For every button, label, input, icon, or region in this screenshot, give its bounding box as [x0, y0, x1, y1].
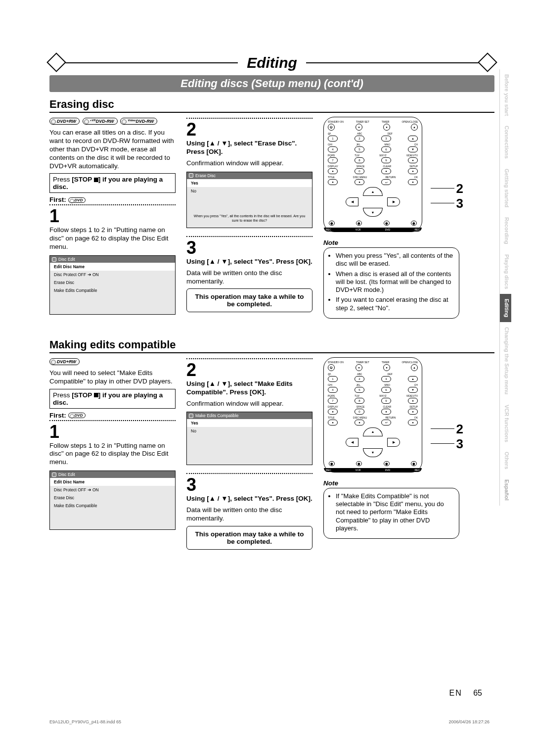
stop-note: Press [STOP ] if you are playing a disc.: [49, 389, 176, 409]
step-3-text: Data will be written onto the disc momen…: [186, 269, 312, 286]
tab-recording[interactable]: Recording: [499, 212, 511, 249]
return-button[interactable]: ↩: [381, 179, 391, 185]
section2-col-b: 2 Using [▲ / ▼], select "Make Edits Comp…: [186, 357, 312, 550]
clear-button[interactable]: ●: [381, 409, 391, 415]
tab-vcr-functions[interactable]: VCR functions: [499, 400, 511, 447]
disc-menu-button[interactable]: ●: [355, 179, 364, 185]
num-0-button[interactable]: 0: [355, 168, 364, 174]
stop-icon: [94, 393, 98, 397]
video-tv-button[interactable]: ●: [408, 398, 418, 404]
standby-button[interactable]: ⏻: [328, 124, 335, 131]
ch-down-button[interactable]: ▼: [408, 387, 418, 393]
title-button[interactable]: ●: [328, 179, 338, 185]
badge-dvd-rw-video: VideoDVD-RW: [120, 118, 157, 125]
display-button[interactable]: ●: [328, 168, 338, 174]
setup-button[interactable]: ●: [408, 409, 418, 415]
note-item: If you want to cancel erasing the disc a…: [336, 296, 454, 312]
num-6-button[interactable]: 6: [381, 146, 391, 152]
ch-down-button[interactable]: ▼: [408, 146, 418, 152]
tab-changing-setup[interactable]: Changing the Setup menu: [499, 322, 511, 399]
dpad-right[interactable]: ▶: [387, 438, 400, 447]
dpad-down[interactable]: ▼: [363, 448, 383, 457]
ch-up-button[interactable]: ▲: [408, 376, 418, 382]
num-6-button[interactable]: 6: [381, 387, 391, 393]
num-4-button[interactable]: 4: [328, 146, 338, 152]
num-0-button[interactable]: 0: [355, 409, 364, 415]
timer-set-button[interactable]: ●: [356, 364, 362, 371]
section-heading-erasing: Erasing disc: [49, 98, 494, 113]
ch-up-button[interactable]: ▲: [408, 136, 418, 142]
step-3-instruction: Using [▲ / ▼], select "Yes". Press [OK].: [186, 258, 312, 265]
standby-button[interactable]: ⏻: [328, 364, 335, 371]
dpad-left[interactable]: ◀: [346, 438, 358, 447]
num-1-button[interactable]: 1: [328, 136, 338, 142]
tab-playing-discs[interactable]: Playing discs: [499, 249, 511, 294]
ok-button[interactable]: ●: [408, 420, 418, 425]
ok-button[interactable]: ●: [408, 179, 418, 185]
tab-before-you-start[interactable]: Before you start: [499, 69, 511, 121]
tab-others[interactable]: Others: [499, 447, 511, 474]
num-4-button[interactable]: 4: [328, 387, 338, 393]
num-9-button[interactable]: 9: [381, 398, 391, 404]
note-heading: Note: [323, 239, 459, 246]
open-close-button[interactable]: ▲: [411, 124, 418, 131]
dpad-down[interactable]: ▼: [363, 208, 383, 217]
clear-button[interactable]: ●: [381, 168, 391, 174]
page-subtitle: Editing discs (Setup menu) (cont'd): [49, 75, 494, 92]
title-button[interactable]: ●: [328, 420, 338, 425]
dpad-up[interactable]: ▲: [363, 187, 383, 196]
num-8-button[interactable]: 8: [355, 157, 364, 163]
vcr-icon: ⬤: [356, 461, 362, 466]
dpad-left[interactable]: ◀: [346, 197, 358, 206]
num-7-button[interactable]: 7: [328, 157, 338, 163]
note-item: When a disc is erased all of the content…: [336, 270, 454, 294]
osd-row: Make Edits Compatible: [50, 286, 175, 294]
osd-row: Make Edits Compatible: [50, 502, 175, 510]
step-2-text: Confirmation window will appear.: [186, 400, 312, 408]
tab-getting-started[interactable]: Getting started: [499, 164, 511, 212]
osd-row-yes: Yes: [187, 419, 312, 427]
num-1-button[interactable]: 1: [328, 376, 338, 382]
badge-dvd-rw: DVD+RW: [49, 358, 80, 365]
stop-note: Press [STOP ] if you are playing a disc.: [49, 173, 176, 193]
tab-espanol[interactable]: Español: [499, 474, 511, 506]
tab-connections[interactable]: Connections: [499, 121, 511, 164]
video-tv-button[interactable]: ●: [408, 157, 418, 163]
timer-button[interactable]: ●: [383, 364, 390, 371]
display-button[interactable]: ●: [328, 409, 338, 415]
num-2-button[interactable]: 2: [355, 376, 364, 382]
step-3-text: Data will be written onto the disc momen…: [186, 506, 312, 523]
num-8-button[interactable]: 8: [355, 398, 364, 404]
menu-icon: [189, 414, 193, 418]
side-tabs: Before you start Connections Getting sta…: [499, 69, 511, 506]
open-close-button[interactable]: ▲: [411, 364, 418, 371]
num-3-button[interactable]: 3: [381, 376, 391, 382]
return-button[interactable]: ↩: [381, 420, 391, 425]
remote-diagram: STANDBY-ONTIMER SETTIMEROPEN/CLOSE ⏻●●▲ …: [323, 117, 422, 232]
disc-menu-button[interactable]: ●: [355, 420, 364, 425]
dpad-up[interactable]: ▲: [363, 427, 383, 436]
num-9-button[interactable]: 9: [381, 157, 391, 163]
dpad-right[interactable]: ▶: [387, 197, 400, 206]
num-3-button[interactable]: 3: [381, 136, 391, 142]
dpad[interactable]: ▲ ▼ ◀ ▶: [346, 187, 400, 217]
dpad[interactable]: ▲ ▼ ◀ ▶: [346, 427, 400, 457]
osd-erase-disc: Erase Disc Yes No When you press "Yes", …: [186, 172, 312, 228]
dvd-icon: ⬤: [384, 461, 390, 466]
tab-editing[interactable]: Editing: [499, 294, 511, 322]
menu-icon: [189, 173, 193, 178]
setup-button[interactable]: ●: [408, 168, 418, 174]
num-2-button[interactable]: 2: [355, 136, 364, 142]
num-5-button[interactable]: 5: [355, 146, 364, 152]
timer-set-button[interactable]: ●: [356, 124, 362, 131]
osd-row-yes: Yes: [187, 179, 312, 187]
num-5-button[interactable]: 5: [355, 387, 364, 393]
timer-button[interactable]: ●: [383, 124, 390, 131]
num-7-button[interactable]: 7: [328, 398, 338, 404]
step-3-instruction: Using [▲ / ▼], select "Yes". Press [OK].: [186, 495, 312, 502]
chevron-right-icon: [478, 52, 497, 72]
rec-icon: ⬤: [411, 221, 417, 226]
osd-row: Disc Protect OFF ➔ ON: [50, 486, 175, 494]
osd-row-no: No: [187, 427, 312, 435]
step-3-number: 3: [186, 239, 312, 257]
